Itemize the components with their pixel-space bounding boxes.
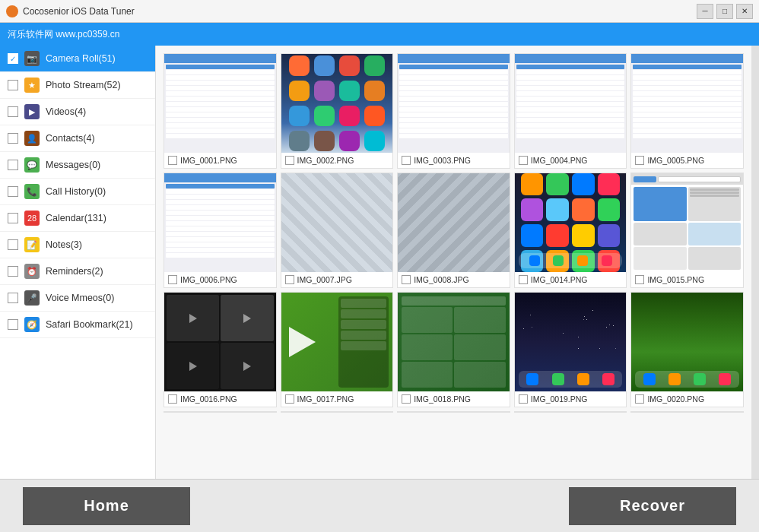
photo-checkbox[interactable] — [285, 275, 294, 284]
photo-label-row: IMG_0008.JPG — [398, 272, 510, 287]
photo-label-row: IMG_0020.PNG — [631, 391, 743, 407]
photo-checkbox[interactable] — [402, 394, 411, 404]
photo-checkbox[interactable] — [635, 156, 644, 165]
photo-checkbox[interactable] — [168, 275, 177, 284]
photo-cell[interactable]: IMG_0014.PNG — [514, 173, 627, 288]
photo-label-row: IMG_0007.JPG — [281, 272, 393, 287]
photo-checkbox[interactable] — [635, 394, 644, 404]
photo-label-row: IMG_0016.PNG — [164, 391, 276, 407]
photo-cell-empty — [397, 411, 510, 413]
photo-checkbox[interactable] — [285, 394, 294, 404]
notes-icon: 📝 — [24, 237, 40, 252]
photo-label-row: IMG_0003.PNG — [398, 153, 510, 168]
sidebar-checkbox[interactable] — [8, 266, 18, 277]
sidebar-item-videos[interactable]: ▶Videos(4) — [0, 99, 155, 125]
photo-checkbox[interactable] — [402, 275, 411, 284]
recover-button[interactable]: Recover — [569, 487, 736, 525]
photo-cell[interactable]: IMG_0017.PNG — [281, 292, 394, 407]
photo-thumbnail — [164, 173, 276, 272]
sidebar-checkbox[interactable] — [8, 80, 18, 90]
photo-cell[interactable]: IMG_0016.PNG — [164, 292, 277, 407]
main-content: 📷Camera Roll(51)★Photo Stream(52)▶Videos… — [0, 46, 759, 479]
app-icon — [6, 5, 18, 17]
call-history-icon: 📞 — [24, 184, 40, 199]
videos-icon: ▶ — [24, 104, 40, 119]
sidebar-item-safari[interactable]: 🧭Safari Bookmark(21) — [0, 312, 155, 338]
sidebar-item-calendar[interactable]: 28Calendar(131) — [0, 205, 155, 232]
safari-icon: 🧭 — [24, 317, 40, 332]
photo-filename: IMG_0006.PNG — [180, 275, 237, 284]
watermark-bar: 河乐软件网 www.pc0359.cn — [0, 23, 759, 46]
photo-checkbox[interactable] — [168, 156, 177, 165]
minimize-button[interactable]: ─ — [697, 4, 713, 19]
sidebar-checkbox[interactable] — [8, 160, 18, 170]
photo-cell[interactable]: IMG_0015.PNG — [630, 173, 744, 288]
sidebar-checkbox[interactable] — [8, 239, 18, 250]
photo-label-row: IMG_0002.PNG — [281, 153, 393, 168]
photo-filename: IMG_0019.PNG — [531, 394, 588, 404]
sidebar-checkbox[interactable] — [8, 133, 18, 144]
photo-cell[interactable]: IMG_0004.PNG — [514, 53, 627, 169]
photo-thumbnail — [631, 293, 743, 391]
photo-checkbox[interactable] — [519, 156, 528, 165]
sidebar-item-reminders[interactable]: ⏰Reminders(2) — [0, 258, 155, 285]
sidebar: 📷Camera Roll(51)★Photo Stream(52)▶Videos… — [0, 46, 156, 479]
photo-cell[interactable]: IMG_0007.JPG — [281, 173, 394, 288]
sidebar-checkbox[interactable] — [8, 106, 18, 117]
photo-label-row: IMG_0017.PNG — [281, 391, 393, 407]
photo-thumbnail — [631, 54, 743, 153]
sidebar-item-label: Call History(0) — [46, 186, 106, 197]
sidebar-item-contacts[interactable]: 👤Contacts(4) — [0, 125, 155, 152]
photo-thumbnail — [281, 173, 393, 272]
photo-cell[interactable]: IMG_0020.PNG — [630, 292, 744, 407]
photo-thumbnail — [398, 173, 510, 272]
sidebar-item-call-history[interactable]: 📞Call History(0) — [0, 179, 155, 205]
sidebar-checkbox[interactable] — [8, 293, 18, 303]
photo-cell-empty — [281, 411, 394, 413]
sidebar-item-messages[interactable]: 💬Messages(0) — [0, 152, 155, 179]
sidebar-item-photo-stream[interactable]: ★Photo Stream(52) — [0, 72, 155, 99]
photo-filename: IMG_0017.PNG — [297, 394, 354, 404]
photo-cell[interactable]: IMG_0018.PNG — [397, 292, 510, 407]
photo-checkbox[interactable] — [402, 156, 411, 165]
photo-cell[interactable]: IMG_0001.PNG — [164, 53, 277, 169]
photo-checkbox[interactable] — [519, 394, 528, 404]
photo-filename: IMG_0014.PNG — [531, 275, 588, 284]
photo-cell[interactable]: IMG_0005.PNG — [630, 53, 744, 169]
photo-label-row: IMG_0004.PNG — [515, 153, 627, 168]
sidebar-item-voice-memos[interactable]: 🎤Voice Mmeos(0) — [0, 285, 155, 312]
sidebar-item-label: Voice Mmeos(0) — [46, 293, 114, 303]
photo-cell[interactable]: IMG_0006.PNG — [164, 173, 277, 288]
voice-memos-icon: 🎤 — [24, 290, 40, 306]
photo-cell[interactable]: IMG_0003.PNG — [397, 53, 510, 169]
photo-cell-empty — [630, 411, 744, 413]
photo-filename: IMG_0003.PNG — [414, 156, 471, 165]
photo-filename: IMG_0002.PNG — [297, 156, 354, 165]
sidebar-item-notes[interactable]: 📝Notes(3) — [0, 232, 155, 258]
messages-icon: 💬 — [24, 157, 40, 173]
close-button[interactable]: ✕ — [736, 4, 753, 19]
photo-filename: IMG_0001.PNG — [180, 156, 237, 165]
sidebar-item-camera-roll[interactable]: 📷Camera Roll(51) — [0, 46, 155, 72]
home-button[interactable]: Home — [23, 487, 190, 525]
photo-cell[interactable]: IMG_0008.JPG — [397, 173, 510, 288]
sidebar-checkbox[interactable] — [8, 53, 18, 64]
photo-area[interactable]: IMG_0001.PNGIMG_0002.PNG — [156, 46, 751, 479]
photo-cell[interactable]: IMG_0002.PNG — [281, 53, 394, 169]
photo-cell[interactable]: IMG_0019.PNG — [514, 292, 627, 407]
sidebar-checkbox[interactable] — [8, 213, 18, 223]
photo-checkbox[interactable] — [285, 156, 294, 165]
photo-grid: IMG_0001.PNGIMG_0002.PNG — [164, 53, 744, 413]
sidebar-item-label: Safari Bookmark(21) — [46, 319, 133, 330]
photo-checkbox[interactable] — [635, 275, 644, 284]
scrollbar[interactable] — [751, 46, 759, 479]
maximize-button[interactable]: □ — [716, 4, 733, 19]
sidebar-checkbox[interactable] — [8, 186, 18, 197]
photo-label-row: IMG_0015.PNG — [631, 272, 743, 287]
titlebar-left: Cocosenior iOS Data Tuner — [6, 5, 135, 17]
photo-filename: IMG_0005.PNG — [647, 156, 704, 165]
reminders-icon: ⏰ — [24, 264, 40, 279]
photo-checkbox[interactable] — [519, 275, 528, 284]
sidebar-checkbox[interactable] — [8, 319, 18, 330]
photo-checkbox[interactable] — [168, 394, 177, 404]
